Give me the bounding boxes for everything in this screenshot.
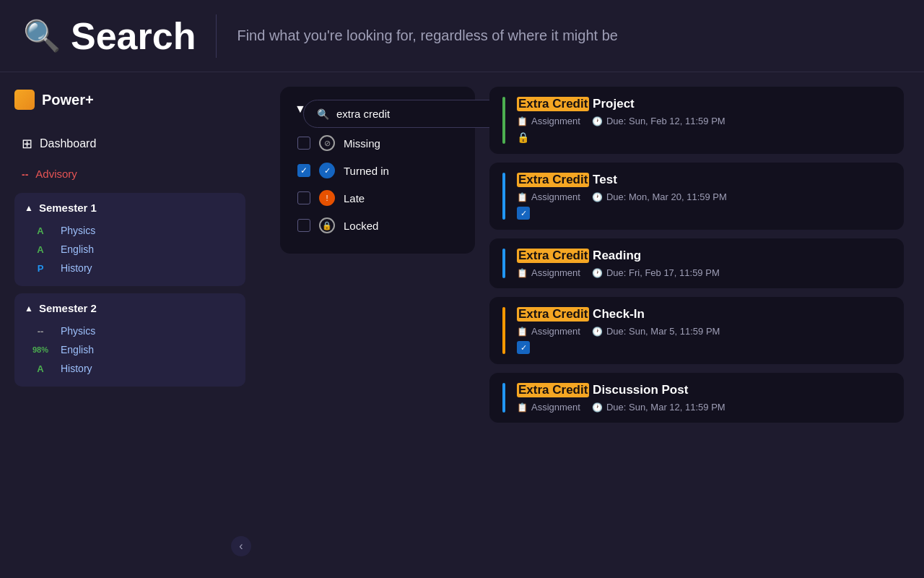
check-badge-test: ✓ <box>517 207 530 220</box>
semester-2-history-name: History <box>61 363 92 374</box>
result-due-label-checkin: Due: Sun, Mar 5, 11:59 PM <box>606 326 720 337</box>
clock-icon-project: 🕐 <box>592 116 603 126</box>
result-title-suffix-discussion: Discussion Post <box>593 383 688 397</box>
highlight-extra-credit-discussion: Extra Credit <box>517 383 589 397</box>
semester-2-english-grade: 98% <box>29 345 52 354</box>
turnedin-icon: ✓ <box>319 163 335 178</box>
semester-1-course-history[interactable]: P History <box>25 259 235 277</box>
result-accent-checkin <box>502 307 505 354</box>
clock-icon-reading: 🕐 <box>592 268 603 278</box>
page-title: Search <box>71 14 196 58</box>
result-due-reading: 🕐 Due: Fri, Feb 17, 11:59 PM <box>592 267 720 278</box>
result-accent-reading <box>502 249 505 278</box>
result-due-checkin: 🕐 Due: Sun, Mar 5, 11:59 PM <box>592 326 720 337</box>
result-meta-reading: 📋 Assignment 🕐 Due: Fri, Feb 17, 11:59 P… <box>517 267 891 278</box>
result-title-test: Extra Credit Test <box>517 173 891 187</box>
locked-icon: 🔒 <box>319 217 335 233</box>
semester-2-course-physics[interactable]: -- Physics <box>25 322 235 340</box>
assignment-icon-test: 📋 <box>517 192 528 202</box>
semester-1-course-english[interactable]: A English <box>25 240 235 259</box>
result-type-label-reading: Assignment <box>531 267 580 278</box>
result-title-suffix-project: Project <box>593 97 635 111</box>
results-area: Extra Credit Project 📋 Assignment 🕐 Due:… <box>489 87 904 564</box>
semester-2-course-english[interactable]: 98% English <box>25 340 235 359</box>
clock-icon-test: 🕐 <box>592 192 603 202</box>
filter-item-late[interactable]: ! Late <box>295 184 461 212</box>
advisory-dash-icon: -- <box>22 168 28 180</box>
result-card-reading[interactable]: Extra Credit Reading 📋 Assignment 🕐 Due:… <box>489 238 904 288</box>
semester-1-english-name: English <box>61 243 94 255</box>
result-title-reading: Extra Credit Reading <box>517 249 891 263</box>
advisory-label: Advisory <box>35 168 77 180</box>
result-card-checkin[interactable]: Extra Credit Check-In 📋 Assignment 🕐 Due… <box>489 297 904 364</box>
filter-checkbox-late[interactable] <box>297 191 310 204</box>
check-badge-checkin: ✓ <box>517 341 530 354</box>
semester-2-name: Semester 2 <box>39 302 97 314</box>
result-type-test: 📋 Assignment <box>517 191 580 202</box>
result-content-checkin: Extra Credit Check-In 📋 Assignment 🕐 Due… <box>517 307 891 354</box>
highlight-extra-credit-project: Extra Credit <box>517 97 589 111</box>
header: 🔍 Search Find what you're looking for, r… <box>0 0 924 72</box>
assignment-icon-checkin: 📋 <box>517 327 528 337</box>
semester-2-english-name: English <box>61 344 94 355</box>
semester-1-chevron-icon: ▲ <box>25 203 33 213</box>
semester-1-course-physics[interactable]: A Physics <box>25 221 235 240</box>
filter-checkbox-locked[interactable] <box>297 219 310 232</box>
lock-badge-project: 🔒 <box>517 131 529 143</box>
result-meta-discussion: 📋 Assignment 🕐 Due: Sun, Mar 12, 11:59 P… <box>517 402 891 413</box>
highlight-extra-credit-test: Extra Credit <box>517 173 589 187</box>
result-type-checkin: 📋 Assignment <box>517 326 580 337</box>
result-accent-project <box>502 97 505 144</box>
result-due-project: 🕐 Due: Sun, Feb 12, 11:59 PM <box>592 116 725 126</box>
result-type-label-discussion: Assignment <box>531 402 580 413</box>
highlight-extra-credit-reading: Extra Credit <box>517 249 589 263</box>
search-icon-large: 🔍 <box>23 18 61 53</box>
assignment-icon-reading: 📋 <box>517 268 528 278</box>
result-content-project: Extra Credit Project 📋 Assignment 🕐 Due:… <box>517 97 891 144</box>
result-type-label-test: Assignment <box>531 191 580 202</box>
header-title-section: 🔍 Search <box>23 14 196 58</box>
filter-label-late: Late <box>344 192 365 204</box>
result-content-discussion: Extra Credit Discussion Post 📋 Assignmen… <box>517 383 891 413</box>
semester-2-physics-grade: -- <box>29 326 52 337</box>
filter-checkbox-turnedin[interactable] <box>297 164 310 177</box>
result-type-reading: 📋 Assignment <box>517 267 580 278</box>
semester-2-chevron-icon: ▲ <box>25 303 33 314</box>
result-accent-test <box>502 173 505 220</box>
dashboard-label: Dashboard <box>40 137 96 150</box>
filter-item-locked[interactable]: 🔒 Locked <box>295 212 461 239</box>
result-card-discussion[interactable]: Extra Credit Discussion Post 📋 Assignmen… <box>489 373 904 423</box>
semester-2-header[interactable]: ▲ Semester 2 <box>25 302 235 314</box>
semester-1-physics-name: Physics <box>61 225 95 236</box>
sidebar-collapse-button[interactable]: ‹ <box>231 536 251 556</box>
highlight-extra-credit-checkin: Extra Credit <box>517 307 589 322</box>
clock-icon-checkin: 🕐 <box>592 327 603 337</box>
result-meta-test: 📋 Assignment 🕐 Due: Mon, Mar 20, 11:59 P… <box>517 191 891 202</box>
result-due-test: 🕐 Due: Mon, Mar 20, 11:59 PM <box>592 191 727 202</box>
semester-1-english-grade: A <box>29 244 52 255</box>
semester-2-course-history[interactable]: A History <box>25 359 235 378</box>
assignment-icon-discussion: 📋 <box>517 402 528 413</box>
result-title-suffix-reading: Reading <box>593 249 641 263</box>
result-due-label-test: Due: Mon, Mar 20, 11:59 PM <box>606 191 727 202</box>
main-layout: Power+ ⊞ Dashboard -- Advisory ▲ Semeste… <box>0 72 924 578</box>
filter-label-turnedin: Turned in <box>344 165 389 177</box>
result-card-project[interactable]: Extra Credit Project 📋 Assignment 🕐 Due:… <box>489 87 904 154</box>
filter-checkbox-missing[interactable] <box>297 137 310 150</box>
sidebar-item-advisory[interactable]: -- Advisory <box>14 163 245 184</box>
sidebar-item-dashboard[interactable]: ⊞ Dashboard <box>14 130 245 158</box>
result-title-suffix-checkin: Check-In <box>593 307 645 322</box>
semester-1-header[interactable]: ▲ Semester 1 <box>25 202 235 214</box>
dashboard-icon: ⊞ <box>22 136 32 152</box>
app-brand[interactable]: Power+ <box>14 90 245 110</box>
result-due-label-discussion: Due: Sun, Mar 12, 11:59 PM <box>606 402 725 413</box>
result-badge-test: ✓ <box>517 207 891 220</box>
app-icon <box>14 90 35 110</box>
semester-1-name: Semester 1 <box>39 202 97 214</box>
result-card-test[interactable]: Extra Credit Test 📋 Assignment 🕐 Due: Mo… <box>489 163 904 230</box>
result-badge-checkin: ✓ <box>517 341 891 354</box>
filter-item-missing[interactable]: ⊘ Missing <box>295 129 461 157</box>
filter-item-turnedin[interactable]: ✓ Turned in <box>295 157 461 184</box>
semester-1-history-grade: P <box>29 263 52 274</box>
app-name: Power+ <box>42 92 94 108</box>
